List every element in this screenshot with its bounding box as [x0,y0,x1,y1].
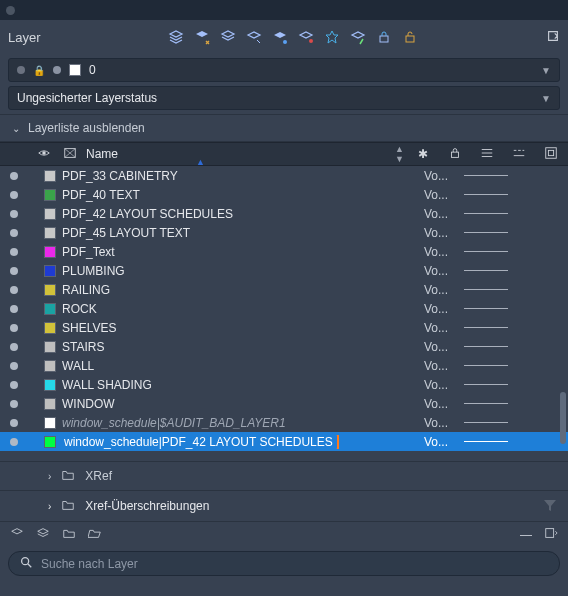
svg-point-10 [22,558,29,565]
svg-rect-9 [546,529,554,538]
layer-row[interactable]: WALL SHADINGVo... [0,375,568,394]
svg-point-4 [42,151,46,155]
layer-row[interactable]: window_schedule|PDF_42 LAYOUT SCHEDULESV… [0,432,568,451]
collapser-label: Layerliste ausblenden [28,121,145,135]
column-frozen-icon[interactable] [60,146,80,163]
layer-color-swatch[interactable] [44,208,56,220]
dropdown-caret-icon: ▼ [541,65,551,76]
minimize-icon[interactable]: — [520,528,532,542]
xref-label: XRef [85,469,112,483]
layer-row[interactable]: SHELVESVo... [0,318,568,337]
layer-color-swatch[interactable] [44,265,56,277]
layerlist-collapser[interactable]: ⌄ Layerliste ausblenden [0,114,568,142]
layer-name: WALL [62,359,418,373]
layer-row[interactable]: STAIRSVo... [0,337,568,356]
scrollbar-thumb[interactable] [560,392,566,444]
layer-name: SHELVES [62,321,418,335]
svg-rect-8 [548,150,553,155]
layer-row[interactable]: RAILINGVo... [0,280,568,299]
column-linetype-icon[interactable] [506,146,532,163]
layer-color-swatch[interactable] [44,170,56,182]
sort-toggle-icon[interactable]: ▲▼ [395,144,404,164]
layer-color-swatch[interactable] [44,303,56,315]
layer-tool-7-icon[interactable] [324,29,340,45]
layer-list[interactable]: PDF_33 CABINETRYVo...PDF_40 TEXTVo...PDF… [0,166,568,451]
column-plot-icon[interactable]: ✱ [410,147,436,161]
layer-row[interactable]: WINDOWVo... [0,394,568,413]
column-name[interactable]: Name ▲ ▲▼ [86,144,404,164]
svg-rect-6 [452,152,459,157]
layer-lineweight [464,384,508,385]
layer-tool-lock-icon[interactable] [376,29,392,45]
new-layer-icon[interactable] [10,526,24,543]
xref-overrides-label: Xref-Überschreibungen [85,499,209,513]
status-dot [17,66,25,74]
open-folder-1-icon[interactable] [62,526,76,543]
layer-lineweight [464,346,508,347]
layer-row[interactable]: window_schedule|$AUDIT_BAD_LAYER1Vo... [0,413,568,432]
column-lock-icon[interactable] [442,146,468,163]
layer-color-swatch[interactable] [44,227,56,239]
layer-color-swatch[interactable] [44,341,56,353]
search-bar[interactable] [8,551,560,576]
layer-linetype: Vo... [424,207,458,221]
layer-tool-2-icon[interactable] [194,29,210,45]
current-layer-dropdown[interactable]: 🔒 0 ▼ [8,58,560,82]
layer-row[interactable]: PLUMBINGVo... [0,261,568,280]
layer-row[interactable]: PDF_TextVo... [0,242,568,261]
layer-tool-1-icon[interactable] [168,29,184,45]
layer-lineweight [464,232,508,233]
layer-tool-5-icon[interactable] [272,29,288,45]
new-layer-vp-icon[interactable] [36,526,50,543]
column-name-label: Name [86,147,118,161]
layer-tool-unlock-icon[interactable] [402,29,418,45]
layer-name: STAIRS [62,340,418,354]
layer-linetype: Vo... [424,188,458,202]
layer-linetype: Vo... [424,283,458,297]
layer-color-swatch[interactable] [44,417,56,429]
layer-row[interactable]: WALLVo... [0,356,568,375]
layer-status-dropdown[interactable]: Ungesicherter Layerstatus ▼ [8,86,560,110]
layer-name: WALL SHADING [62,378,418,392]
xref-section[interactable]: › XRef [0,462,568,490]
layer-name: window_schedule|PDF_42 LAYOUT SCHEDULES [62,435,339,449]
folder-icon [61,468,75,485]
layer-status-dot [10,362,18,370]
search-icon [19,555,33,572]
folder-icon [61,498,75,515]
layer-linetype: Vo... [424,340,458,354]
layer-row[interactable]: PDF_42 LAYOUT SCHEDULESVo... [0,204,568,223]
layer-color-swatch[interactable] [44,379,56,391]
panel-collapse-icon[interactable] [546,29,560,46]
layer-lineweight [464,308,508,309]
layer-row[interactable]: PDF_33 CABINETRYVo... [0,166,568,185]
layer-row[interactable]: PDF_40 TEXTVo... [0,185,568,204]
layer-lineweight [464,441,508,442]
layer-tool-4-icon[interactable] [246,29,262,45]
layer-tool-6-icon[interactable] [298,29,314,45]
layer-color-swatch[interactable] [44,360,56,372]
layer-color-swatch[interactable] [44,322,56,334]
layer-color-swatch[interactable] [44,284,56,296]
layer-color-swatch[interactable] [44,246,56,258]
layer-color-swatch[interactable] [44,398,56,410]
settings-menu-icon[interactable] [544,526,558,543]
layer-tool-3-icon[interactable] [220,29,236,45]
layer-status-dot [10,210,18,218]
layer-status-dot [10,438,18,446]
search-input[interactable] [41,557,549,571]
layer-color-swatch[interactable] [44,436,56,448]
layer-status-dot [10,286,18,294]
layer-name: PDF_42 LAYOUT SCHEDULES [62,207,418,221]
layer-name: PDF_33 CABINETRY [62,169,418,183]
layer-color-swatch[interactable] [44,189,56,201]
layer-tool-8-icon[interactable] [350,29,366,45]
column-properties-icon[interactable] [538,146,564,163]
filter-icon[interactable] [542,497,560,515]
layer-row[interactable]: ROCKVo... [0,299,568,318]
column-visibility-icon[interactable] [34,146,54,163]
column-lineweight-icon[interactable] [474,146,500,163]
layer-linetype: Vo... [424,321,458,335]
layer-row[interactable]: PDF_45 LAYOUT TEXTVo... [0,223,568,242]
open-folder-2-icon[interactable] [88,526,102,543]
